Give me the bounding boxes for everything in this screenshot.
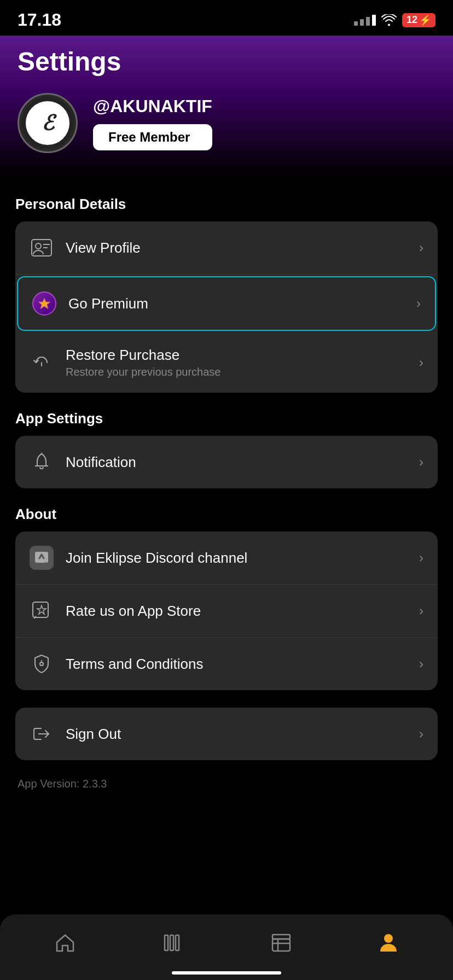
restore-purchase-title: Restore Purchase bbox=[66, 347, 419, 364]
about-label: About bbox=[15, 506, 438, 523]
discord-content: Join Eklipse Discord channel bbox=[66, 550, 419, 567]
app-version: App Version: 2.3.3 bbox=[15, 778, 438, 790]
svg-rect-13 bbox=[176, 935, 179, 950]
discord-chevron: › bbox=[419, 550, 423, 565]
terms-title: Terms and Conditions bbox=[66, 656, 419, 673]
sign-out-chevron: › bbox=[419, 726, 423, 742]
view-profile-item[interactable]: View Profile › bbox=[15, 221, 438, 275]
notification-title: Notification bbox=[66, 454, 419, 471]
rate-app-content: Rate us on App Store bbox=[66, 603, 419, 620]
view-profile-chevron: › bbox=[419, 240, 423, 255]
nav-home[interactable] bbox=[44, 928, 86, 958]
go-premium-content: Go Premium bbox=[68, 295, 416, 312]
sign-out-group: Sign Out › bbox=[15, 708, 438, 760]
clips-icon bbox=[271, 934, 291, 952]
home-indicator bbox=[172, 971, 281, 975]
terms-content: Terms and Conditions bbox=[66, 656, 419, 673]
content: Personal Details View Profile › bbox=[0, 175, 453, 856]
svg-rect-0 bbox=[32, 240, 51, 256]
notification-item[interactable]: Notification › bbox=[15, 436, 438, 488]
go-premium-title: Go Premium bbox=[68, 295, 416, 312]
view-profile-title: View Profile bbox=[66, 240, 419, 256]
rate-app-chevron: › bbox=[419, 603, 423, 619]
svg-rect-12 bbox=[170, 935, 173, 950]
svg-rect-11 bbox=[165, 935, 168, 950]
restore-icon bbox=[30, 351, 54, 375]
discord-icon bbox=[30, 546, 54, 570]
status-icons: 12 ⚡ bbox=[354, 13, 435, 27]
personal-details-label: Personal Details bbox=[15, 196, 438, 213]
discord-title: Join Eklipse Discord channel bbox=[66, 550, 419, 567]
svg-rect-7 bbox=[33, 602, 48, 617]
restore-purchase-chevron: › bbox=[419, 355, 423, 370]
discord-item[interactable]: Join Eklipse Discord channel › bbox=[15, 532, 438, 585]
svg-marker-4 bbox=[38, 298, 50, 309]
username: @AKUNAKTIF bbox=[93, 96, 212, 116]
svg-point-18 bbox=[384, 934, 393, 943]
profile-icon bbox=[379, 933, 398, 953]
svg-rect-17 bbox=[272, 935, 290, 939]
signal-icon bbox=[354, 15, 376, 26]
avatar-inner: ℰ bbox=[26, 101, 69, 145]
sign-out-title: Sign Out bbox=[66, 726, 419, 743]
wifi-icon bbox=[381, 14, 397, 26]
personal-details-group: View Profile › Go Premium › bbox=[15, 221, 438, 393]
terms-chevron: › bbox=[419, 656, 423, 672]
battery-icon: 12 ⚡ bbox=[402, 13, 435, 27]
notification-chevron: › bbox=[419, 454, 423, 470]
app-settings-label: App Settings bbox=[15, 410, 438, 427]
sign-out-item[interactable]: Sign Out › bbox=[15, 708, 438, 760]
shield-icon bbox=[30, 652, 54, 676]
restore-purchase-subtitle: Restore your previous purchase bbox=[66, 366, 419, 378]
restore-purchase-item[interactable]: Restore Purchase Restore your previous p… bbox=[15, 332, 438, 393]
sign-out-icon bbox=[30, 722, 54, 746]
home-icon bbox=[55, 934, 75, 952]
premium-icon bbox=[32, 291, 56, 316]
avatar: ℰ bbox=[18, 93, 78, 153]
terms-item[interactable]: Terms and Conditions › bbox=[15, 638, 438, 690]
notification-content: Notification bbox=[66, 454, 419, 471]
avatar-symbol: ℰ bbox=[42, 111, 54, 135]
page-title: Settings bbox=[18, 46, 435, 77]
rate-app-item[interactable]: Rate us on App Store › bbox=[15, 585, 438, 638]
member-badge: Free Member bbox=[93, 124, 212, 150]
bell-icon bbox=[30, 450, 54, 474]
restore-purchase-content: Restore Purchase Restore your previous p… bbox=[66, 347, 419, 378]
profile-info: @AKUNAKTIF Free Member bbox=[93, 96, 212, 150]
svg-point-1 bbox=[36, 243, 41, 249]
app-settings-group: Notification › bbox=[15, 436, 438, 488]
svg-rect-14 bbox=[272, 939, 290, 951]
view-profile-content: View Profile bbox=[66, 240, 419, 256]
go-premium-chevron: › bbox=[416, 296, 421, 311]
nav-profile[interactable] bbox=[368, 928, 409, 958]
star-write-icon bbox=[30, 599, 54, 623]
bottom-nav bbox=[0, 914, 453, 980]
rate-app-title: Rate us on App Store bbox=[66, 603, 419, 620]
about-group: Join Eklipse Discord channel › Rate us o… bbox=[15, 532, 438, 690]
sign-out-content: Sign Out bbox=[66, 726, 419, 743]
svg-point-9 bbox=[40, 662, 43, 666]
header-section: Settings ℰ @AKUNAKTIF Free Member bbox=[0, 36, 453, 175]
nav-clips[interactable] bbox=[260, 928, 302, 958]
svg-marker-8 bbox=[37, 605, 46, 614]
library-icon bbox=[163, 933, 183, 953]
status-bar: 17.18 12 ⚡ bbox=[0, 0, 453, 36]
go-premium-item[interactable]: Go Premium › bbox=[17, 276, 436, 331]
nav-library[interactable] bbox=[152, 928, 194, 958]
profile-card-icon bbox=[30, 236, 54, 260]
profile-row: ℰ @AKUNAKTIF Free Member bbox=[18, 93, 435, 153]
status-time: 17.18 bbox=[18, 10, 61, 30]
